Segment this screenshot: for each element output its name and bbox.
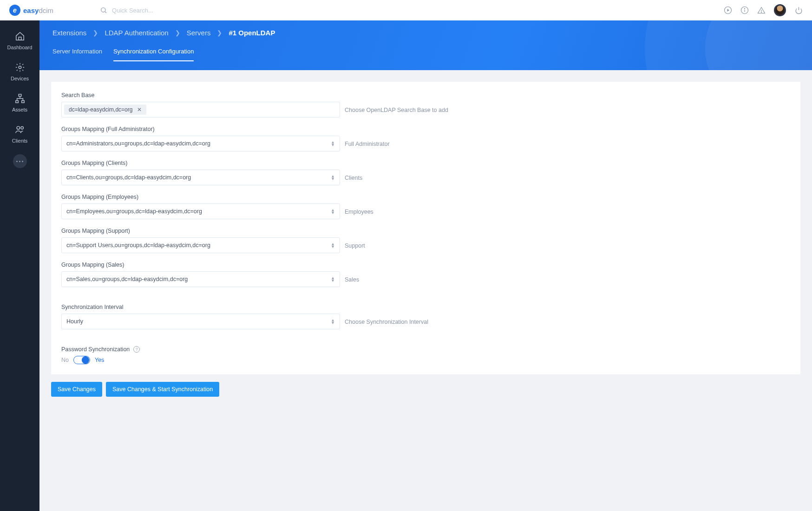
search-base-label: Search Base <box>61 92 340 98</box>
toggle-knob <box>82 356 89 364</box>
caret-icon <box>332 319 334 324</box>
search-input[interactable] <box>112 7 251 14</box>
gear-icon <box>15 62 25 72</box>
tag-remove-icon[interactable]: ✕ <box>137 106 142 113</box>
group-mapping-label: Groups Mapping (Support) <box>61 228 340 234</box>
chevron-right-icon: ❯ <box>217 29 222 36</box>
password-sync-label: Password Synchronization <box>61 346 130 353</box>
group-mapping-value: cn=Sales,ou=groups,dc=ldap-easydcim,dc=o… <box>66 276 188 282</box>
save-sync-button[interactable]: Save Changes & Start Synchronization <box>106 382 219 397</box>
interval-help: Choose Synchronization Interval <box>345 319 428 329</box>
group-mapping-label: Groups Mapping (Sales) <box>61 262 340 268</box>
svg-rect-12 <box>19 94 21 97</box>
sidebar-item-devices[interactable]: Devices <box>0 56 39 87</box>
play-icon[interactable] <box>724 6 732 14</box>
svg-point-6 <box>744 8 745 9</box>
interval-value: Hourly <box>66 318 83 325</box>
caret-icon <box>332 276 334 282</box>
group-mapping-help: Support <box>345 242 365 253</box>
topbar-actions <box>724 4 803 16</box>
content-area: Search Base dc=ldap-easydcim,dc=org ✕ Ch… <box>39 70 812 511</box>
power-icon[interactable] <box>794 6 803 14</box>
group-mapping-label: Groups Mapping (Clients) <box>61 160 340 166</box>
network-icon <box>15 93 25 104</box>
sidebar-item-label: Clients <box>12 138 28 144</box>
sidebar: Dashboard Devices Assets Clients <box>0 20 39 511</box>
password-sync-toggle[interactable] <box>73 356 90 364</box>
search-base-input[interactable]: dc=ldap-easydcim,dc=org ✕ <box>61 102 340 118</box>
search-wrap <box>100 7 251 14</box>
interval-label: Synchronization Interval <box>61 304 340 310</box>
group-mapping-select[interactable]: cn=Support Users,ou=groups,dc=ldap-easyd… <box>61 237 340 253</box>
group-mapping-help: Sales <box>345 276 359 287</box>
help-icon[interactable]: ? <box>133 346 140 353</box>
group-mapping-value: cn=Administrators,ou=groups,dc=ldap-easy… <box>66 140 210 147</box>
interval-select[interactable]: Hourly <box>61 314 340 329</box>
svg-point-16 <box>20 127 23 130</box>
sidebar-item-assets[interactable]: Assets <box>0 87 39 118</box>
form-panel: Search Base dc=ldap-easydcim,dc=org ✕ Ch… <box>51 82 800 374</box>
tag-text: dc=ldap-easydcim,dc=org <box>69 106 132 113</box>
group-mapping-value: cn=Clients,ou=groups,dc=ldap-easydcim,dc… <box>66 174 191 181</box>
info-icon[interactable] <box>740 6 749 14</box>
svg-rect-14 <box>21 101 24 103</box>
group-mapping-help: Full Administrator <box>345 141 390 151</box>
svg-line-1 <box>105 12 106 13</box>
sidebar-item-label: Devices <box>11 76 29 81</box>
breadcrumb-item[interactable]: LDAP Authentication <box>105 29 168 37</box>
svg-rect-13 <box>15 101 18 103</box>
page-header: Extensions ❯ LDAP Authentication ❯ Serve… <box>39 20 812 70</box>
group-mapping-select[interactable]: cn=Administrators,ou=groups,dc=ldap-easy… <box>61 136 340 151</box>
sidebar-item-label: Dashboard <box>7 45 33 50</box>
svg-point-11 <box>19 66 21 69</box>
topbar: e easydcim <box>0 0 812 20</box>
sidebar-item-clients[interactable]: Clients <box>0 118 39 150</box>
search-base-tag: dc=ldap-easydcim,dc=org ✕ <box>64 105 146 115</box>
group-mapping-label: Groups Mapping (Employees) <box>61 194 340 200</box>
caret-icon <box>332 242 334 248</box>
sidebar-item-label: Assets <box>12 107 27 112</box>
svg-rect-10 <box>19 37 21 40</box>
caret-icon <box>332 209 334 214</box>
group-mapping-select[interactable]: cn=Sales,ou=groups,dc=ldap-easydcim,dc=o… <box>61 271 340 287</box>
logo-icon: e <box>9 5 20 16</box>
group-mapping-value: cn=Support Users,ou=groups,dc=ldap-easyd… <box>66 242 210 249</box>
breadcrumb-item[interactable]: Extensions <box>52 29 86 37</box>
save-button[interactable]: Save Changes <box>51 382 102 397</box>
group-mapping-value: cn=Employees,ou=groups,dc=ldap-easydcim,… <box>66 208 202 215</box>
group-mapping-select[interactable]: cn=Clients,ou=groups,dc=ldap-easydcim,dc… <box>61 170 340 185</box>
users-icon <box>15 124 25 135</box>
svg-point-0 <box>101 8 105 12</box>
chevron-right-icon: ❯ <box>93 29 98 36</box>
breadcrumb-current: #1 OpenLDAP <box>229 29 275 37</box>
tabs: Server Information Synchronization Confi… <box>39 37 812 61</box>
alert-icon[interactable] <box>757 6 766 14</box>
svg-marker-3 <box>727 9 730 12</box>
sidebar-more[interactable] <box>13 154 27 168</box>
group-mapping-select[interactable]: cn=Employees,ou=groups,dc=ldap-easydcim,… <box>61 203 340 219</box>
group-mapping-help: Employees <box>345 209 373 219</box>
chevron-right-icon: ❯ <box>175 29 180 36</box>
logo-text: easydcim <box>23 7 53 14</box>
toggle-yes-label: Yes <box>95 357 104 363</box>
svg-point-8 <box>761 12 761 12</box>
sidebar-item-dashboard[interactable]: Dashboard <box>0 25 39 56</box>
svg-point-15 <box>17 126 20 129</box>
caret-icon <box>332 175 334 180</box>
avatar[interactable] <box>774 4 786 16</box>
group-mapping-label: Groups Mapping (Full Administrator) <box>61 126 340 132</box>
logo[interactable]: e easydcim <box>9 5 53 16</box>
search-base-help: Choose OpenLDAP Search Base to add <box>345 107 448 118</box>
caret-icon <box>332 141 334 146</box>
breadcrumb-item[interactable]: Servers <box>187 29 211 37</box>
tab-synchronization-configuration[interactable]: Synchronization Configuration <box>113 48 194 61</box>
search-icon <box>100 7 107 14</box>
footer-actions: Save Changes Save Changes & Start Synchr… <box>51 374 800 406</box>
toggle-no-label: No <box>61 357 69 363</box>
home-icon <box>15 31 25 41</box>
breadcrumb: Extensions ❯ LDAP Authentication ❯ Serve… <box>39 20 812 37</box>
tab-server-information[interactable]: Server Information <box>52 48 102 61</box>
group-mapping-help: Clients <box>345 175 362 185</box>
